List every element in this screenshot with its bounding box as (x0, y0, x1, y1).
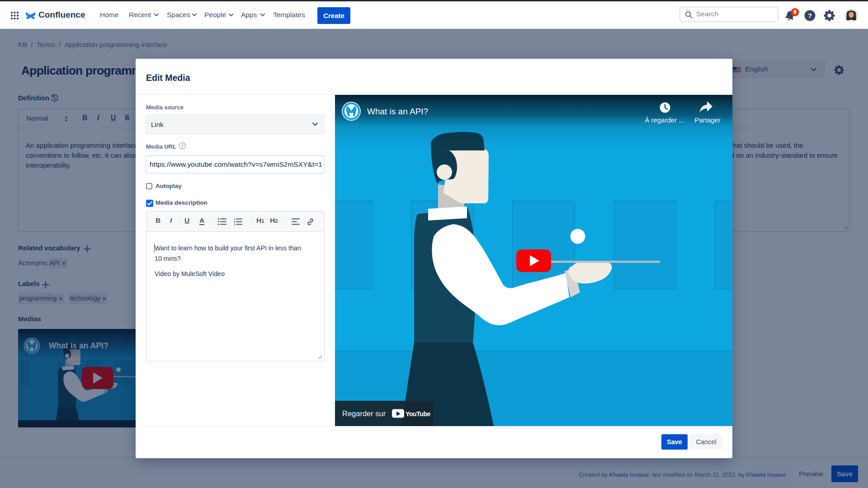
svg-text:Regarder sur: Regarder sur (342, 409, 386, 418)
svg-text:What is an API?: What is an API? (367, 107, 428, 116)
svg-text:9: 9 (793, 9, 797, 15)
svg-text:Partager: Partager (694, 116, 721, 124)
svg-text:?: ? (808, 12, 812, 19)
svg-text:?: ? (181, 143, 184, 148)
svg-text:3: 3 (234, 223, 235, 225)
svg-text:À regarder ...: À regarder ... (645, 116, 684, 124)
svg-text:YouTube: YouTube (406, 410, 431, 418)
